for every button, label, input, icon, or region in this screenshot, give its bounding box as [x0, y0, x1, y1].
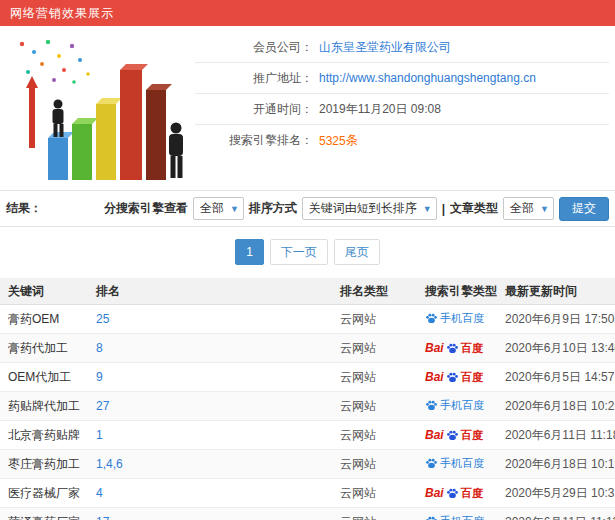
- baidu-paw-icon: [425, 515, 438, 520]
- rank-count-suffix: 条: [346, 132, 358, 149]
- page-current[interactable]: 1: [235, 239, 264, 265]
- engine-cell: Bai百度: [417, 341, 497, 356]
- company-label: 会员公司：: [195, 39, 313, 56]
- rank-link[interactable]: 17: [96, 515, 109, 520]
- mobile-baidu-badge: 手机百度: [425, 456, 484, 471]
- rank-cell: 1,4,6: [88, 457, 332, 471]
- header-rank-type: 排名类型: [332, 283, 417, 300]
- engine-cell: 手机百度: [417, 456, 497, 473]
- baidu-logo-cn: 百度: [461, 486, 483, 501]
- keyword-cell: 医疗器械厂家: [0, 485, 88, 502]
- page-last[interactable]: 尾页: [334, 239, 380, 265]
- rank-cell: 27: [88, 399, 332, 413]
- chevron-down-icon: ▼: [423, 204, 432, 214]
- baidu-paw-icon: [446, 487, 459, 500]
- baidu-logo-text: Bai: [425, 486, 444, 500]
- baidu-logo-cn: 百度: [461, 370, 483, 385]
- baidu-logo-badge: Bai百度: [425, 428, 483, 443]
- table-row: 膏药OEM25云网站手机百度2020年6月9日 17:50: [0, 305, 615, 334]
- rank-link[interactable]: 1,4,6: [96, 457, 123, 471]
- table-row: 菏泽膏药厂家17云网站手机百度2020年6月11日 11:11: [0, 508, 615, 520]
- baidu-paw-icon: [446, 342, 459, 355]
- mobile-baidu-label: 手机百度: [440, 456, 484, 471]
- mobile-baidu-badge: 手机百度: [425, 311, 484, 326]
- mobile-baidu-label: 手机百度: [440, 398, 484, 413]
- baidu-logo-badge: Bai百度: [425, 341, 483, 356]
- header-updated: 最新更新时间: [497, 283, 615, 300]
- info-section: 会员公司： 山东皇圣堂药业有限公司 推广地址： http://www.shand…: [0, 26, 615, 190]
- businessman-left: [53, 100, 64, 138]
- keyword-cell: 药贴牌代加工: [0, 398, 88, 415]
- article-filter-label: 文章类型: [450, 200, 498, 217]
- filter-controls: 分搜索引擎查看 全部 ▼ 排序方式 关键词由短到长排序 ▼ | 文章类型 全部 …: [104, 197, 609, 221]
- keyword-cell: 菏泽膏药厂家: [0, 514, 88, 520]
- rank-cell: 8: [88, 341, 332, 355]
- table-row: 北京膏药贴牌1云网站Bai百度2020年6月11日 11:18: [0, 421, 615, 450]
- rank-link[interactable]: 1: [96, 428, 103, 442]
- table-row: 枣庄膏药加工1,4,6云网站手机百度2020年6月18日 10:19: [0, 450, 615, 479]
- keyword-cell: 北京膏药贴牌: [0, 427, 88, 444]
- rank-link[interactable]: 9: [96, 370, 103, 384]
- mobile-baidu-label: 手机百度: [440, 311, 484, 326]
- filter-bar: 结果： 分搜索引擎查看 全部 ▼ 排序方式 关键词由短到长排序 ▼ | 文章类型…: [0, 190, 615, 227]
- engine-cell: 手机百度: [417, 311, 497, 328]
- result-label: 结果：: [6, 200, 42, 217]
- table-row: 药贴牌代加工27云网站手机百度2020年6月18日 10:25: [0, 392, 615, 421]
- baidu-logo-cn: 百度: [461, 428, 483, 443]
- table-row: 膏药代加工8云网站Bai百度2020年6月10日 13:40: [0, 334, 615, 363]
- keyword-cell: 枣庄膏药加工: [0, 456, 88, 473]
- submit-button[interactable]: 提交: [559, 197, 609, 221]
- sort-filter-value: 关键词由短到长排序: [309, 200, 417, 217]
- baidu-logo-badge: Bai百度: [425, 486, 483, 501]
- table-body: 膏药OEM25云网站手机百度2020年6月9日 17:50膏药代加工8云网站Ba…: [0, 305, 615, 520]
- updated-cell: 2020年6月18日 10:19: [497, 456, 615, 473]
- keyword-cell: 膏药OEM: [0, 311, 88, 328]
- rank-link[interactable]: 8: [96, 341, 103, 355]
- bar-chart-graphic: [4, 32, 190, 182]
- promo-url-link[interactable]: http://www.shandonghuangshengtang.cn: [319, 71, 536, 85]
- chart-illustration: [0, 26, 195, 190]
- open-time-label: 开通时间：: [195, 101, 313, 118]
- updated-cell: 2020年5月29日 10:32: [497, 485, 615, 502]
- rank-cell: 9: [88, 370, 332, 384]
- engine-filter-value: 全部: [200, 200, 224, 217]
- page-title: 网络营销效果展示: [0, 0, 615, 26]
- article-filter-select[interactable]: 全部 ▼: [503, 197, 554, 220]
- rank-link[interactable]: 27: [96, 399, 109, 413]
- mobile-baidu-badge: 手机百度: [425, 398, 484, 413]
- rank-cell: 1: [88, 428, 332, 442]
- baidu-paw-icon: [425, 312, 438, 325]
- keyword-cell: OEM代加工: [0, 369, 88, 386]
- chevron-down-icon: ▼: [540, 204, 549, 214]
- baidu-logo-text: Bai: [425, 428, 444, 442]
- mobile-baidu-badge: 手机百度: [425, 514, 484, 520]
- rank-count-label: 搜索引擎排名：: [195, 132, 313, 149]
- sort-filter-select[interactable]: 关键词由短到长排序 ▼: [302, 197, 437, 220]
- rank-type-cell: 云网站: [332, 485, 417, 502]
- info-row-url: 推广地址： http://www.shandonghuangshengtang.…: [195, 63, 609, 94]
- updated-cell: 2020年6月10日 13:40: [497, 340, 615, 357]
- info-row-open-time: 开通时间： 2019年11月20日 09:08: [195, 94, 609, 125]
- updated-cell: 2020年6月11日 11:18: [497, 427, 615, 444]
- url-label: 推广地址：: [195, 70, 313, 87]
- rank-link[interactable]: 4: [96, 486, 103, 500]
- baidu-logo-cn: 百度: [461, 341, 483, 356]
- engine-cell: Bai百度: [417, 428, 497, 443]
- engine-filter-select[interactable]: 全部 ▼: [193, 197, 244, 220]
- rank-type-cell: 云网站: [332, 340, 417, 357]
- rank-type-cell: 云网站: [332, 514, 417, 520]
- filter-separator: |: [442, 202, 445, 216]
- rank-link[interactable]: 25: [96, 312, 109, 326]
- header-engine-type: 搜索引擎类型: [417, 283, 497, 300]
- page-next[interactable]: 下一页: [270, 239, 328, 265]
- updated-cell: 2020年6月18日 10:25: [497, 398, 615, 415]
- engine-filter-label: 分搜索引擎查看: [104, 200, 188, 217]
- company-link[interactable]: 山东皇圣堂药业有限公司: [319, 39, 451, 56]
- results-table: 关键词 排名 排名类型 搜索引擎类型 最新更新时间 膏药OEM25云网站手机百度…: [0, 278, 615, 520]
- baidu-logo-badge: Bai百度: [425, 370, 483, 385]
- engine-cell: 手机百度: [417, 398, 497, 415]
- baidu-paw-icon: [425, 399, 438, 412]
- header-keyword: 关键词: [0, 283, 88, 300]
- engine-cell: Bai百度: [417, 486, 497, 501]
- updated-cell: 2020年6月11日 11:11: [497, 514, 615, 520]
